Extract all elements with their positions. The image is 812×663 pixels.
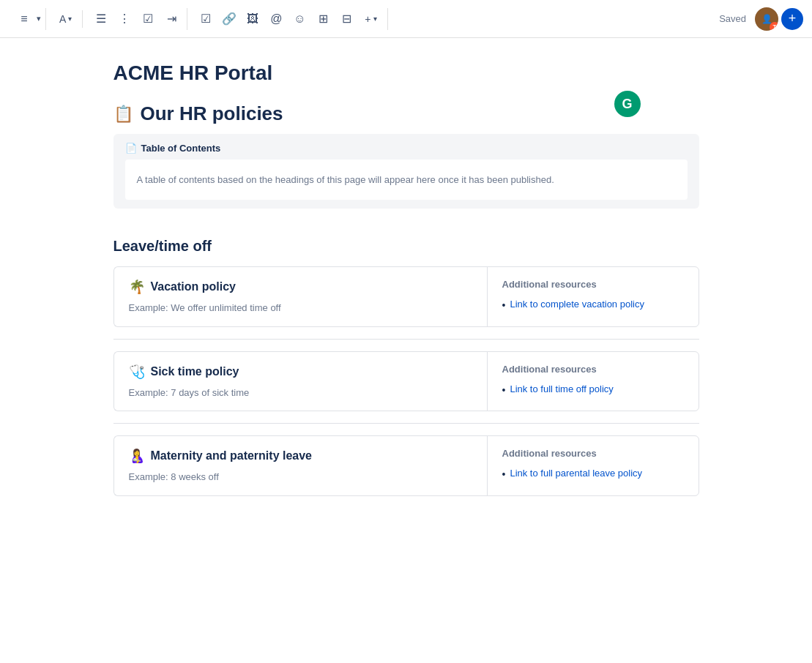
vacation-resources-list: Link to complete vacation policy: [502, 297, 684, 315]
toc-body-text: A table of contents based on the heading…: [137, 174, 676, 185]
toolbar-group-hamburger: ≡ ▾: [9, 8, 46, 30]
toolbar: ≡ ▾ A ▾ ☰ ⋮ ☑ ⇥ ☑ 🔗 🖼 @ ☺ ⊞ ⊟ + ▾ Saved …: [0, 0, 812, 38]
layout-button[interactable]: ⊟: [335, 8, 357, 30]
text-style-label: A: [59, 13, 66, 25]
link-button[interactable]: 🔗: [218, 8, 240, 30]
toc-block: 📄 Table of Contents A table of contents …: [113, 134, 699, 209]
image-button[interactable]: 🖼: [242, 8, 264, 30]
sick-title-text: Sick time policy: [151, 365, 239, 378]
vacation-policy-title: 🌴 Vacation policy: [129, 279, 473, 295]
toolbar-group-text: A ▾: [49, 10, 83, 28]
sick-policy-row: 🩺 Sick time policy Example: 7 days of si…: [113, 351, 699, 412]
add-button[interactable]: +: [781, 8, 803, 30]
sick-policy-title: 🩺 Sick time policy: [129, 364, 473, 380]
sick-policy-card: 🩺 Sick time policy Example: 7 days of si…: [113, 351, 488, 412]
more-arrow: ▾: [373, 15, 377, 23]
text-style-arrow: ▾: [68, 15, 72, 23]
maternity-resources-title: Additional resources: [502, 448, 684, 459]
mention-button[interactable]: @: [265, 8, 287, 30]
toc-header: 📄 Table of Contents: [125, 143, 688, 154]
toc-header-label: Table of Contents: [141, 143, 221, 154]
sick-resources-list: Link to full time off policy: [502, 382, 684, 400]
avatar-badge: T: [770, 22, 778, 31]
sick-resources-title: Additional resources: [502, 364, 684, 375]
indent-button[interactable]: ⇥: [160, 8, 182, 30]
avatar-initial: 👤: [761, 14, 772, 24]
toolbar-group-insert: ☑ 🔗 🖼 @ ☺ ⊞ ⊟ + ▾: [190, 8, 387, 30]
toolbar-group-lists: ☰ ⋮ ☑ ⇥: [86, 8, 187, 30]
grammarly-icon[interactable]: G: [614, 91, 641, 117]
todo-list-button[interactable]: ☑: [137, 8, 159, 30]
sick-resources-card: Additional resources Link to full time o…: [487, 351, 699, 412]
page-content: G ACME HR Portal 📋 Our HR policies 📄 Tab…: [55, 38, 758, 520]
vacation-title-text: Vacation policy: [151, 280, 236, 293]
sick-emoji: 🩺: [129, 364, 145, 380]
toc-content: A table of contents based on the heading…: [125, 160, 688, 200]
heading-icon: 📋: [113, 105, 133, 124]
maternity-resource-link-1[interactable]: Link to full parental leave policy: [502, 466, 684, 484]
maternity-policy-card: 🤱 Maternity and paternity leave Example:…: [113, 435, 488, 496]
vacation-resource-link-1[interactable]: Link to complete vacation policy: [502, 297, 684, 315]
page-title: ACME HR Portal: [113, 61, 699, 85]
hamburger-menu-button[interactable]: ≡: [13, 8, 35, 30]
maternity-policy-title: 🤱 Maternity and paternity leave: [129, 448, 473, 464]
vacation-policy-row: 🌴 Vacation policy Example: We offer unli…: [113, 266, 699, 327]
more-button[interactable]: + ▾: [359, 10, 382, 28]
maternity-example: Example: 8 weeks off: [129, 471, 473, 482]
text-style-button[interactable]: A ▾: [53, 10, 78, 28]
maternity-resources-card: Additional resources Link to full parent…: [487, 435, 699, 496]
sick-example: Example: 7 days of sick time: [129, 387, 473, 398]
checkbox-button[interactable]: ☑: [195, 8, 217, 30]
divider-2: [113, 423, 699, 424]
numbered-list-button[interactable]: ⋮: [113, 8, 135, 30]
more-label: +: [365, 13, 370, 25]
vacation-resources-title: Additional resources: [502, 279, 684, 290]
table-button[interactable]: ⊞: [312, 8, 334, 30]
maternity-resources-list: Link to full parental leave policy: [502, 466, 684, 484]
section-heading: Our HR policies: [141, 102, 283, 125]
emoji-button[interactable]: ☺: [288, 8, 310, 30]
vacation-resources-card: Additional resources Link to complete va…: [487, 266, 699, 327]
maternity-policy-row: 🤱 Maternity and paternity leave Example:…: [113, 435, 699, 496]
avatar[interactable]: 👤 T: [755, 7, 778, 31]
sick-resource-link-1[interactable]: Link to full time off policy: [502, 382, 684, 400]
maternity-emoji: 🤱: [129, 448, 145, 464]
saved-status: Saved: [719, 13, 746, 24]
maternity-title-text: Maternity and paternity leave: [151, 449, 313, 462]
leave-section-title: Leave/time off: [113, 238, 699, 255]
bullet-list-button[interactable]: ☰: [90, 8, 112, 30]
vacation-emoji: 🌴: [129, 279, 145, 295]
dropdown-arrow-hamburger: ▾: [37, 14, 41, 23]
leave-section: Leave/time off 🌴 Vacation policy Example…: [113, 238, 699, 496]
divider-1: [113, 339, 699, 340]
vacation-policy-card: 🌴 Vacation policy Example: We offer unli…: [113, 266, 488, 327]
toc-header-icon: 📄: [125, 143, 137, 154]
vacation-example: Example: We offer unlimited time off: [129, 302, 473, 313]
